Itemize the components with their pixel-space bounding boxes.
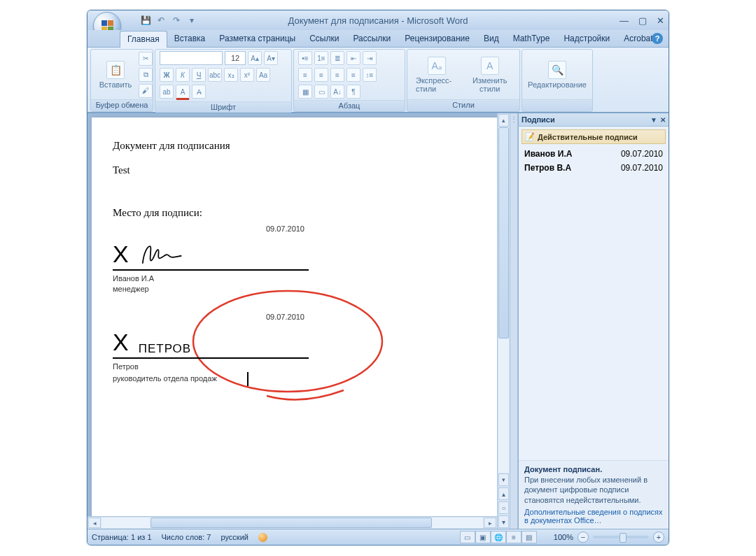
line-spacing-button[interactable]: ↕≡: [363, 68, 377, 82]
taskpane-menu-icon[interactable]: ▼: [650, 116, 657, 124]
browse-select[interactable]: ○: [498, 501, 509, 514]
signature-block-1[interactable]: 09.07.2010 X Иванов И.А менеджер: [113, 224, 309, 294]
view-buttons: ▭ ▣ 🌐 ≡ ▤: [460, 531, 537, 543]
group-clipboard-label: Буфер обмена: [91, 99, 153, 111]
bold-button[interactable]: Ж: [160, 68, 174, 82]
tab-mathtype[interactable]: MathType: [506, 31, 557, 47]
find-icon: 🔍: [548, 61, 566, 79]
maximize-button[interactable]: ▢: [638, 15, 647, 26]
superscript-button[interactable]: x²: [240, 68, 254, 82]
view-print-layout[interactable]: ▭: [460, 531, 475, 543]
group-editing-label: [522, 99, 592, 111]
status-page[interactable]: Страница: 1 из 1: [92, 533, 152, 541]
align-center-button[interactable]: ≡: [314, 68, 328, 82]
view-outline[interactable]: ≡: [506, 531, 522, 543]
text-highlight-button[interactable]: ab: [160, 85, 174, 99]
vscroll-down[interactable]: ▾: [498, 473, 509, 486]
taskpane-gripper[interactable]: ⋮: [510, 113, 518, 529]
doc-text-test: Test: [113, 164, 497, 176]
numbering-button[interactable]: 1≡: [314, 51, 328, 65]
multilevel-button[interactable]: ≣: [330, 51, 344, 65]
help-button[interactable]: ?: [652, 33, 663, 44]
font-color-button[interactable]: A: [176, 85, 190, 100]
vertical-scrollbar[interactable]: ▴ ▾ ▴ ○ ▾: [497, 113, 510, 529]
document-page[interactable]: Документ для подписания Test Место для п…: [92, 117, 497, 516]
horizontal-scrollbar[interactable]: ◂ ▸: [88, 516, 497, 529]
tab-review[interactable]: Рецензирование: [398, 31, 477, 47]
zoom-out-button[interactable]: −: [578, 532, 589, 543]
view-full-screen[interactable]: ▣: [475, 531, 491, 543]
change-styles-button[interactable]: A Изменить стили: [464, 54, 515, 96]
zoom-in-button[interactable]: +: [653, 532, 664, 543]
undo-icon[interactable]: ↶: [156, 15, 166, 25]
tab-references[interactable]: Ссылки: [302, 31, 346, 47]
borders-button[interactable]: ▭: [314, 85, 328, 99]
format-painter-button[interactable]: 🖌: [139, 84, 153, 98]
tab-home[interactable]: Главная: [120, 31, 167, 48]
view-web[interactable]: 🌐: [491, 531, 506, 543]
document-viewport[interactable]: Документ для подписания Test Место для п…: [88, 113, 497, 516]
underline-button[interactable]: Ч: [192, 68, 206, 82]
redo-icon[interactable]: ↷: [172, 15, 181, 25]
view-draft[interactable]: ▤: [522, 531, 537, 543]
browse-prev[interactable]: ▴: [498, 487, 509, 500]
doc-text-place: Место для подписи:: [113, 207, 497, 219]
decrease-indent-button[interactable]: ⇤: [346, 51, 360, 65]
save-icon[interactable]: 💾: [141, 15, 150, 25]
quick-styles-button[interactable]: Aₐ Экспресс-стили: [412, 54, 461, 96]
bullets-button[interactable]: •≡: [298, 51, 312, 65]
status-language[interactable]: русский: [220, 533, 248, 541]
shrink-font-button[interactable]: A▾: [264, 51, 278, 65]
justify-button[interactable]: ≡: [346, 68, 360, 82]
minimize-button[interactable]: —: [620, 15, 629, 26]
hscroll-thumb[interactable]: [150, 518, 432, 528]
change-styles-icon: A: [481, 57, 499, 75]
qat-more-icon[interactable]: ▾: [187, 15, 197, 25]
copy-button[interactable]: ⧉: [139, 68, 153, 82]
close-button[interactable]: ✕: [657, 15, 664, 26]
clear-formatting-button[interactable]: A̶: [192, 85, 206, 99]
footer-heading: Документ подписан.: [524, 465, 663, 473]
hscroll-left[interactable]: ◂: [88, 518, 101, 528]
font-name-combo[interactable]: [160, 51, 223, 65]
sort-button[interactable]: A↓: [330, 85, 344, 99]
hscroll-track[interactable]: [102, 518, 483, 528]
group-paragraph-label: Абзац: [294, 100, 405, 111]
tab-addins[interactable]: Надстройки: [556, 31, 617, 47]
signature-block-2[interactable]: 09.07.2010 X ПЕТРОВ Петров руководитель …: [113, 313, 309, 386]
cut-button[interactable]: ✂: [139, 52, 153, 66]
italic-button[interactable]: К: [176, 68, 190, 82]
hscroll-right[interactable]: ▸: [484, 518, 496, 528]
tab-insert[interactable]: Вставка: [167, 31, 213, 47]
tab-view[interactable]: Вид: [477, 31, 506, 47]
align-left-button[interactable]: ≡: [298, 68, 312, 82]
taskpane-close-icon[interactable]: ✕: [660, 116, 666, 124]
subscript-button[interactable]: x₂: [224, 68, 238, 82]
change-case-button[interactable]: Aa: [256, 68, 270, 82]
browse-next[interactable]: ▾: [498, 515, 509, 528]
tab-mailings[interactable]: Рассылки: [346, 31, 398, 47]
strike-button[interactable]: abc: [208, 68, 222, 82]
status-bar: Страница: 1 из 1 Число слов: 7 русский ▭…: [88, 529, 668, 545]
signature-row[interactable]: Петров В.А 09.07.2010: [522, 161, 666, 175]
paste-button[interactable]: 📋 Вставить: [95, 58, 136, 92]
zoom-slider-thumb[interactable]: [620, 533, 626, 543]
font-size-combo[interactable]: 12: [225, 51, 246, 65]
vscroll-up[interactable]: ▴: [498, 114, 509, 127]
increase-indent-button[interactable]: ⇥: [363, 51, 377, 65]
tab-page-layout[interactable]: Разметка страницы: [212, 31, 302, 47]
vscroll-track[interactable]: [498, 127, 509, 473]
signature-row[interactable]: Иванов И.А 09.07.2010: [522, 147, 666, 161]
zoom-slider[interactable]: [593, 536, 649, 539]
status-words[interactable]: Число слов: 7: [162, 533, 211, 541]
align-right-button[interactable]: ≡: [330, 68, 344, 82]
shading-button[interactable]: ▦: [298, 85, 312, 99]
footer-link[interactable]: Дополнительные сведения о подписях в док…: [524, 508, 663, 525]
vscroll-thumb[interactable]: [498, 127, 509, 338]
editing-button[interactable]: 🔍 Редактирование: [526, 58, 588, 92]
signed-document-icon[interactable]: [258, 533, 267, 542]
zoom-value[interactable]: 100%: [554, 533, 573, 541]
quick-access-toolbar: 💾 ↶ ↷ ▾: [141, 15, 197, 25]
grow-font-button[interactable]: A▴: [248, 51, 262, 65]
show-marks-button[interactable]: ¶: [346, 85, 360, 99]
